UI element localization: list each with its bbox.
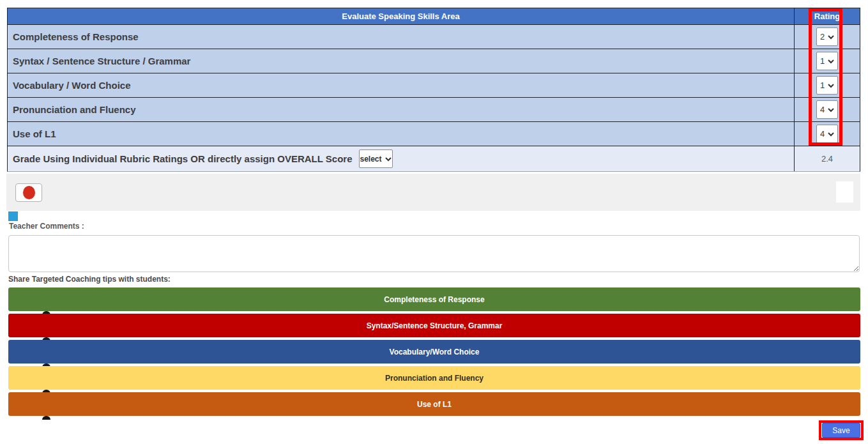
coaching-tip-label: Use of L1 — [417, 400, 452, 409]
skill-label: Vocabulary / Word Choice — [8, 73, 794, 97]
overall-score-select[interactable]: select — [359, 149, 393, 168]
coaching-tip-use-of-l1[interactable]: Use of L1 — [8, 392, 860, 416]
coaching-tip-label: Pronunciation and Fluency — [385, 374, 483, 383]
table-row: Vocabulary / Word Choice 1 — [8, 73, 860, 98]
table-row: Syntax / Sentence Structure / Grammar 1 — [8, 49, 860, 73]
coaching-tips-list: Completeness of Response Syntax/Sentence… — [8, 287, 860, 418]
coaching-tip-completeness[interactable]: Completeness of Response — [8, 287, 860, 311]
rating-select[interactable]: 1 — [816, 76, 838, 95]
overall-score-label: Grade Using Individual Rubric Ratings OR… — [13, 153, 353, 164]
coaching-tip-syntax[interactable]: Syntax/Sentence Structure, Grammar — [8, 314, 860, 337]
coaching-tip-label: Vocabulary/Word Choice — [390, 348, 480, 356]
rating-select-value: 4 — [820, 105, 825, 114]
skill-label: Completeness of Response — [8, 25, 794, 49]
rating-select-value: 4 — [820, 129, 825, 139]
coaching-tips-heading: Share Targeted Coaching tips with studen… — [8, 275, 171, 284]
record-button[interactable] — [15, 183, 42, 202]
rating-select[interactable]: 2 — [816, 27, 838, 46]
computed-overall-score: 2.4 — [821, 154, 833, 164]
rating-select-value: 2 — [820, 32, 825, 42]
rating-column-header: Rating — [794, 8, 860, 24]
skill-label: Use of L1 — [8, 122, 794, 146]
table-row: Completeness of Response 2 — [8, 25, 860, 49]
teacher-comments-label: Teacher Comments : — [9, 222, 84, 231]
grading-rubric-page: Evaluate Speaking Skills Area Rating Com… — [0, 0, 868, 444]
rating-select-value: 1 — [820, 56, 825, 66]
chevron-down-icon — [828, 107, 834, 112]
skill-label: Pronunciation and Fluency — [8, 98, 794, 121]
record-icon — [23, 186, 35, 199]
chevron-down-icon — [385, 157, 392, 162]
coaching-tip-label: Syntax/Sentence Structure, Grammar — [367, 321, 503, 330]
save-button[interactable]: Save — [822, 423, 860, 438]
rating-select[interactable]: 4 — [816, 125, 838, 143]
table-row: Use of L1 4 — [8, 122, 860, 146]
chevron-down-icon — [828, 132, 834, 137]
chevron-down-icon — [828, 83, 834, 88]
recorder-preview-placeholder — [836, 181, 853, 203]
teacher-comments-textarea[interactable] — [8, 235, 860, 272]
rating-select[interactable]: 4 — [816, 100, 838, 119]
coaching-tip-label: Completeness of Response — [384, 295, 484, 304]
skill-label: Syntax / Sentence Structure / Grammar — [8, 49, 794, 73]
blue-marker — [8, 211, 18, 221]
overall-score-row: Grade Using Individual Rubric Ratings OR… — [8, 146, 860, 171]
overall-score-select-value: select — [360, 155, 382, 164]
rating-select[interactable]: 1 — [816, 52, 838, 70]
audio-recorder-panel — [6, 174, 860, 211]
coaching-tip-vocabulary[interactable]: Vocabulary/Word Choice — [8, 340, 860, 364]
rubric-header-row: Evaluate Speaking Skills Area Rating — [8, 8, 860, 25]
table-row: Pronunciation and Fluency 4 — [8, 98, 860, 122]
chevron-down-icon — [828, 59, 834, 64]
speaking-skills-rubric-table: Evaluate Speaking Skills Area Rating Com… — [7, 8, 860, 172]
skills-column-header: Evaluate Speaking Skills Area — [8, 8, 794, 24]
chevron-down-icon — [828, 34, 834, 40]
rating-select-value: 1 — [820, 80, 825, 90]
coaching-tip-pronunciation[interactable]: Pronunciation and Fluency — [8, 366, 860, 390]
